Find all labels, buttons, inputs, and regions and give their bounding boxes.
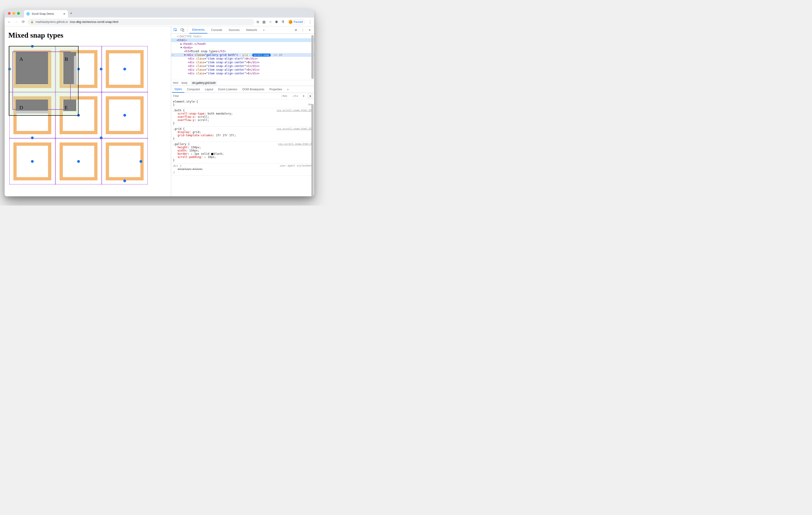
dom-html[interactable]: <html> [171, 38, 314, 42]
window-controls [8, 12, 20, 15]
styles-filter-bar: :hov .cls + ◨ [171, 93, 314, 99]
crumb-body[interactable]: body [181, 81, 187, 85]
devtools-scrollbar[interactable] [311, 35, 314, 195]
dom-item[interactable]: <div class="item snap-align-start">A</di… [171, 57, 314, 60]
horizontal-scrollbar[interactable] [14, 111, 49, 113]
tab-console[interactable]: Console [208, 26, 225, 33]
tab-sources[interactable]: Sources [226, 26, 242, 33]
snap-cell [55, 92, 102, 138]
dom-item[interactable]: <div class="item snap-align-center">C</d… [171, 64, 314, 68]
qr-icon[interactable]: ▦ [262, 20, 266, 24]
devtools-panel: Elements Console Sources Network » ⚙ ⋮ ✕… [171, 26, 314, 196]
close-window-button[interactable] [8, 12, 11, 15]
styles-rules[interactable]: AA element.style { } css-scroll-snap.htm… [171, 99, 314, 196]
browser-tab[interactable]: 🌐 Scroll Snap Demo ✕ [24, 10, 68, 18]
settings-gear-icon[interactable]: ⚙ [293, 27, 299, 33]
labs-icon[interactable]: ⚗ [281, 20, 284, 24]
color-swatch-icon[interactable] [211, 153, 213, 155]
dom-item[interactable]: <div class="item snap-align-center">E</d… [171, 71, 314, 75]
new-tab-button[interactable]: + [68, 11, 75, 16]
subtab-event-listeners[interactable]: Event Listeners [216, 86, 240, 93]
rule-gallery[interactable]: css-scroll-snap.html:4 .gallery { height… [171, 142, 314, 164]
cls-button[interactable]: .cls [291, 94, 299, 98]
toolbar-right: ⧉ ▦ ☆ ✱ ⚗ Paused ⋮ [257, 20, 312, 25]
url-host: mathiasbynens.github.io [35, 20, 68, 24]
snap-handle[interactable] [31, 45, 34, 48]
lock-icon: 🔒 [30, 20, 34, 23]
expand-triangle-icon[interactable]: ▶ [205, 156, 206, 158]
devices-icon[interactable]: ⧉ [257, 20, 259, 24]
dom-gallery-div[interactable]: ⋯ ▼<div class="gallery grid both"> grid … [171, 53, 314, 57]
close-devtools-icon[interactable]: ✕ [307, 27, 313, 33]
tab-title: Scroll Snap Demo [32, 12, 54, 16]
crumb-selected[interactable]: div.gallery.grid.both [191, 81, 217, 85]
bookmark-star-icon[interactable]: ☆ [269, 20, 272, 24]
tab-elements[interactable]: Elements [190, 26, 207, 33]
menu-icon[interactable]: ⋮ [308, 20, 312, 24]
globe-icon: 🌐 [26, 12, 30, 16]
subtab-properties[interactable]: Properties [267, 86, 285, 93]
rule-grid[interactable]: css-scroll-snap.html:15 .grid { display:… [171, 126, 314, 142]
styles-subtabs: Styles Computed Layout Event Listeners D… [171, 86, 314, 93]
dom-tree[interactable]: <!DOCTYPE html> <html> ▶<head>…</head> ▼… [171, 34, 314, 80]
dom-item[interactable]: <div class="item snap-align-center">B</d… [171, 60, 314, 64]
snap-point-icon [123, 114, 126, 117]
address-bar[interactable]: 🔒 mathiasbynens.github.io/css-dbg-storie… [28, 19, 254, 25]
dom-h3[interactable]: <h3>Mixed snap types</h3> [171, 50, 314, 53]
kebab-icon[interactable]: ⋮ [300, 27, 306, 33]
rule-both[interactable]: css-scroll-snap.html:29 .both { scroll-s… [171, 108, 314, 126]
maximize-window-button[interactable] [17, 12, 20, 15]
rule-source-link[interactable]: css-scroll-snap.html:15 [277, 127, 312, 130]
subtab-dom-breakpoints[interactable]: DOM Breakpoints [240, 86, 267, 93]
breadcrumb: html body div.gallery.grid.both [171, 80, 314, 86]
dom-item[interactable]: <div class="item snap-align-center">D</d… [171, 68, 314, 71]
page-heading: Mixed snap types [8, 31, 169, 39]
back-button[interactable]: ← [7, 20, 11, 24]
rule-user-agent[interactable]: user agent stylesheet div { display: blo… [171, 164, 314, 175]
rule-source-link[interactable]: css-scroll-snap.html:29 [277, 109, 312, 112]
scroll-snap-badge[interactable]: scroll-snap [252, 54, 271, 57]
snap-point-icon [31, 160, 34, 163]
gallery-item-d: D [16, 99, 48, 111]
rule-element-style[interactable]: AA element.style { } [171, 99, 314, 108]
more-tabs-icon[interactable]: » [261, 27, 267, 33]
new-rule-icon[interactable]: + [301, 93, 306, 99]
more-subtabs-icon[interactable]: » [285, 86, 291, 93]
snap-cell [102, 92, 148, 138]
snap-handle[interactable] [8, 68, 11, 70]
page-viewport: Mixed snap types [5, 26, 171, 196]
snap-cell [9, 138, 55, 184]
subtab-layout[interactable]: Layout [203, 86, 215, 93]
profile-paused-badge[interactable]: Paused [288, 20, 305, 25]
avatar [289, 20, 292, 24]
reload-button[interactable]: ⟳ [21, 20, 25, 24]
tab-network[interactable]: Network [243, 26, 260, 33]
dom-body[interactable]: ▼<body> [171, 46, 314, 50]
close-tab-icon[interactable]: ✕ [63, 12, 66, 16]
grid-badge[interactable]: grid [241, 54, 250, 57]
expand-triangle-icon[interactable]: ▶ [191, 153, 192, 155]
snap-point-icon [123, 179, 126, 182]
dom-head[interactable]: ▶<head>…</head> [171, 42, 314, 46]
hov-button[interactable]: :hov [280, 94, 289, 98]
inspect-icon[interactable] [173, 27, 178, 33]
rule-source-ua: user agent stylesheet [280, 164, 312, 167]
subtab-computed[interactable]: Computed [185, 86, 202, 93]
device-toolbar-icon[interactable] [179, 27, 185, 33]
minimize-window-button[interactable] [12, 12, 15, 15]
devtools-tabs: Elements Console Sources Network » ⚙ ⋮ ✕ [171, 26, 314, 34]
toolbar: ← → ⟳ 🔒 mathiasbynens.github.io/css-dbg-… [5, 18, 314, 26]
extensions-icon[interactable]: ✱ [275, 20, 278, 24]
vertical-scrollbar[interactable] [74, 56, 77, 86]
filter-input[interactable] [173, 94, 278, 98]
content-area: Mixed snap types [5, 26, 314, 196]
dollar-zero: == $0 [274, 53, 282, 57]
ellipsis-icon[interactable]: ⋯ [172, 53, 174, 57]
snap-cell [102, 46, 148, 92]
snap-overlay-container: A B D E [7, 46, 169, 184]
crumb-html[interactable]: html [173, 81, 178, 85]
forward-button[interactable]: → [14, 20, 19, 24]
dom-doctype: <!DOCTYPE html> [171, 35, 314, 38]
subtab-styles[interactable]: Styles [172, 86, 184, 93]
rule-source-link[interactable]: css-scroll-snap.html:4 [278, 142, 312, 145]
